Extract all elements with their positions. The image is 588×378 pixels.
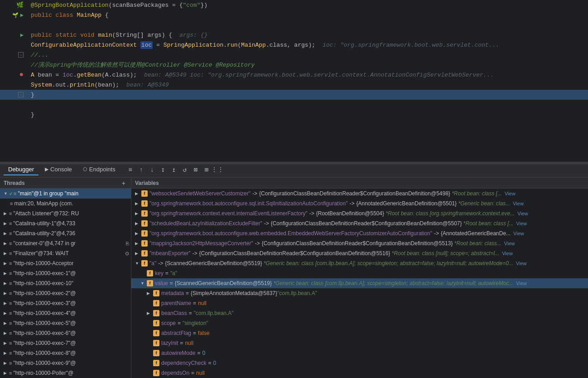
var-row-internal-event[interactable]: ▶ f "org.springframework.context.event.i…	[131, 208, 588, 218]
thread-http-exec-10-name: "http-nio-10000-exec-10"	[13, 280, 73, 286]
expand-main-icon: ▼	[4, 191, 9, 196]
var-row-parentname[interactable]: f parentName = null	[131, 298, 588, 308]
thread-icon-exec3: ≡	[9, 300, 12, 306]
thread-icon-fin: ≡	[9, 251, 12, 256]
thread-http-exec-7[interactable]: ▶ ≡ "http-nio-10000-exec-7"@	[0, 338, 131, 348]
var-row-value[interactable]: ▼ f value = {ScannedGenericBeanDefinitio…	[131, 278, 588, 288]
export-toolbar-btn[interactable]: ↧	[158, 165, 168, 175]
var-type-icon-meta: f	[153, 290, 159, 296]
view-link-sched[interactable]: View	[516, 221, 527, 226]
view-link-embedded[interactable]: View	[513, 231, 524, 236]
thread-frame-main[interactable]: ≡ main:20, MainApp (com.	[0, 199, 131, 208]
frames-toolbar-btn[interactable]: ≡	[125, 165, 135, 175]
expand-exec5-icon: ▶	[4, 321, 9, 325]
var-row-a[interactable]: ▼ f "a" -> {ScannedGenericBeanDefinition…	[131, 258, 588, 268]
code-line-7: //演示spring中传统的注解依然可以使用@Controller @Servi…	[0, 60, 588, 70]
view-link-mbean[interactable]: View	[502, 251, 513, 256]
add-thread-btn[interactable]: +	[120, 179, 127, 187]
panel-resize-handle[interactable]	[0, 162, 588, 164]
var-row-abstract[interactable]: f abstractFlag = false	[131, 328, 588, 338]
thread-icon-exec4: ≡	[9, 310, 12, 316]
thread-http-exec-2[interactable]: ▶ ≡ "http-nio-10000-exec-2"@	[0, 288, 131, 298]
expand-http-acc-icon: ▶	[4, 261, 9, 266]
upload-toolbar-btn[interactable]: ↥	[169, 165, 179, 175]
var-row-autowire[interactable]: f autowireMode = 0	[131, 348, 588, 358]
copy-icon[interactable]: ⎘	[126, 241, 129, 246]
thread-main[interactable]: ▼ ✔ ≡ "main"@1 in group "main	[0, 189, 131, 199]
threads-panel: Threads + ▼ ✔ ≡ "main"@1 in group "main …	[0, 178, 131, 378]
thread-main-name: "main"@1 in group "main	[18, 190, 78, 197]
thread-icon-exec8: ≡	[9, 350, 12, 356]
var-type-icon-sched: f	[141, 220, 148, 227]
thread-catalina-1[interactable]: ▶ ≡ "Catalina-utility-1"@4,733	[0, 218, 131, 228]
view-link-value[interactable]: View	[516, 281, 527, 286]
endpoints-icon: ⬡	[83, 166, 87, 172]
view-link-a[interactable]: View	[516, 261, 527, 266]
thread-http-acceptor[interactable]: ▶ ≡ "http-nio-10000-Acceptor	[0, 258, 131, 268]
thread-http-exec-8[interactable]: ▶ ≡ "http-nio-10000-exec-8"@	[0, 348, 131, 358]
var-type-icon-emb: f	[141, 230, 148, 237]
thread-http-exec-1-name: "http-nio-10000-exec-1"@	[13, 270, 76, 276]
var-row-depcheck[interactable]: f dependencyCheck = 0	[131, 358, 588, 368]
view-link-sql[interactable]: View	[513, 201, 524, 206]
thread-finalizer[interactable]: ▶ ≡ "Finalizer"@734: WAIT ⊙	[0, 248, 131, 258]
code-text-12: }	[27, 111, 34, 118]
var-row-sql-init[interactable]: ▶ f "org.springframework.boot.autoconfig…	[131, 199, 588, 208]
download-toolbar-btn[interactable]: ↓	[147, 165, 157, 175]
code-text-8: A bean = ioc.getBean(A.class); bean: A@5…	[27, 72, 494, 78]
table-toolbar-btn[interactable]: ⊞	[202, 165, 212, 175]
variables-label: Variables	[135, 180, 159, 186]
var-type-icon-dc: f	[153, 360, 159, 366]
expand-exec6-icon: ▶	[4, 331, 9, 335]
var-row-beanclass[interactable]: ▶ f beanClass = "com.llp.bean.A"	[131, 308, 588, 318]
expand-internal-icon: ▶	[135, 211, 141, 216]
thread-http-poller[interactable]: ▶ ≡ "http-nio-10000-Poller"@	[0, 368, 131, 378]
restore-toolbar-btn[interactable]: ↑	[136, 165, 146, 175]
view-link-event[interactable]: View	[517, 211, 528, 216]
var-row-metadata[interactable]: ▶ f metadata = {SimpleAnnotationMetadata…	[131, 288, 588, 298]
layout-toolbar-btn[interactable]: ⋮⋮	[212, 165, 222, 175]
var-type-icon-abstract: f	[153, 330, 159, 336]
thread-http-poller-name: "http-nio-10000-Poller"@	[13, 370, 73, 376]
tab-endpoints[interactable]: ⬡ Endpoints	[78, 164, 120, 175]
var-row-dependson[interactable]: f dependsOn = null	[131, 368, 588, 378]
breakpoint-icon[interactable]: ●	[19, 71, 24, 79]
var-row-jackson[interactable]: ▶ f "mappingJackson2HttpMessageConverter…	[131, 238, 588, 248]
var-row-websocket[interactable]: ▶ f "websocketServletWebServerCustomizer…	[131, 189, 588, 199]
thread-http-exec-4[interactable]: ▶ ≡ "http-nio-10000-exec-4"@	[0, 308, 131, 318]
fold-icon[interactable]: –	[18, 52, 24, 58]
var-row-scope[interactable]: f scope = "singleton"	[131, 318, 588, 328]
var-row-scheduled[interactable]: ▶ f "scheduledBeanLazyInitializationExcl…	[131, 218, 588, 228]
gutter-10: –	[0, 92, 27, 97]
tab-console[interactable]: ▶ Console	[40, 164, 77, 175]
view-link-jackson[interactable]: View	[504, 241, 515, 246]
thread-http-exec-9[interactable]: ▶ ≡ "http-nio-10000-exec-9"@	[0, 358, 131, 368]
run-method-icon[interactable]: ▶	[20, 32, 24, 39]
refresh-toolbar-btn[interactable]: ↺	[180, 165, 190, 175]
thread-http-exec-3[interactable]: ▶ ≡ "http-nio-10000-exec-3"@	[0, 298, 131, 308]
var-row-embedded[interactable]: ▶ f "org.springframework.boot.autoconfig…	[131, 228, 588, 238]
thread-http-exec-6[interactable]: ▶ ≡ "http-nio-10000-exec-6"@	[0, 328, 131, 338]
thread-http-exec-5[interactable]: ▶ ≡ "http-nio-10000-exec-5"@	[0, 318, 131, 328]
tab-debugger[interactable]: Debugger	[4, 164, 39, 175]
thread-container-0[interactable]: ▶ ≡ "container-0"@4,747 in gr ⎘	[0, 238, 131, 248]
code-line-11	[0, 100, 588, 110]
stop-toolbar-btn[interactable]: ⊠	[191, 165, 201, 175]
var-row-lazyinit[interactable]: f lazyInit = null	[131, 338, 588, 348]
thread-http-exec-10[interactable]: ▶ ≡ "http-nio-10000-exec-10"	[0, 278, 131, 288]
run-arrow-icon[interactable]: ▶	[20, 12, 24, 19]
view-link-websocket[interactable]: View	[505, 191, 516, 196]
code-line-9: System.out.println(bean); bean: A@5349	[0, 80, 588, 90]
fold-end-icon[interactable]: –	[18, 92, 24, 97]
threads-panel-header: Threads +	[0, 178, 131, 189]
expand-exec9-icon: ▶	[4, 361, 9, 365]
thread-http-exec-8-name: "http-nio-10000-exec-8"@	[13, 350, 76, 356]
var-row-key[interactable]: f key = "a"	[131, 268, 588, 278]
thread-http-exec-1[interactable]: ▶ ≡ "http-nio-10000-exec-1"@	[0, 268, 131, 278]
var-row-mbean[interactable]: ▶ f "mbeanExporter" -> {ConfigurationCla…	[131, 248, 588, 258]
expand-exec3-icon: ▶	[4, 301, 9, 305]
thread-catalina-2[interactable]: ▶ ≡ "Catalina-utility-2"@4,736	[0, 228, 131, 238]
filter-icon[interactable]: ⊙	[125, 251, 129, 257]
thread-attach-listener[interactable]: ▶ ≡ "Attach Listener"@732: RU	[0, 208, 131, 218]
code-line-14	[0, 130, 588, 140]
